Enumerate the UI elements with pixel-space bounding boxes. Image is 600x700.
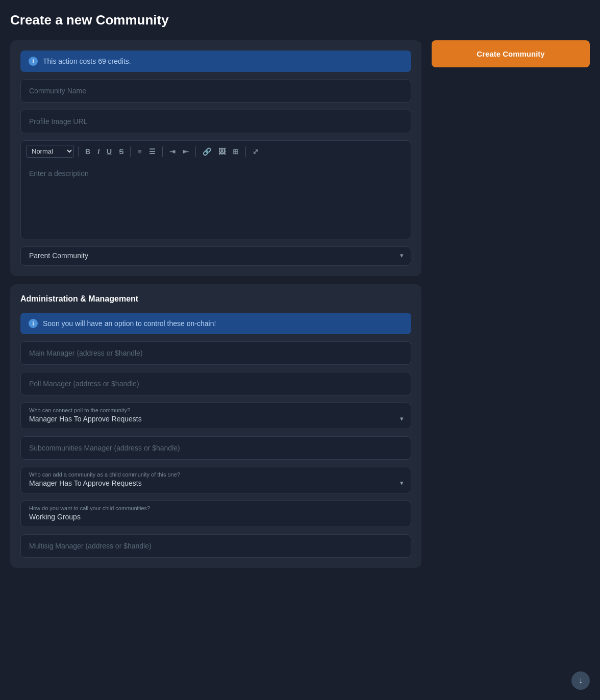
ordered-list-button[interactable]: ≡ [135,146,144,157]
fullscreen-button[interactable]: ⤢ [250,146,261,157]
subcommunities-manager-input[interactable] [20,436,411,460]
child-name-wrapper: How do you want to call your child commu… [20,501,411,527]
create-community-button[interactable]: Create Community [432,40,590,67]
multisig-manager-input[interactable] [20,534,411,558]
parent-community-wrapper: Parent Community ▾ [20,246,411,266]
child-name-input[interactable] [29,513,403,521]
poll-connect-label: Who can connect poll to the community? [29,407,403,413]
top-card: i This action costs 69 credits. Normal H… [10,40,421,276]
outdent-button[interactable]: ⇤ [180,146,191,157]
right-panel: Create Community [432,40,590,67]
main-manager-input[interactable] [20,341,411,365]
child-name-label: How do you want to call your child commu… [29,505,403,511]
onchain-text: Soon you will have an option to control … [43,319,216,328]
credits-text: This action costs 69 credits. [43,57,131,65]
toolbar-sep-3 [162,146,163,157]
toolbar-sep-5 [245,146,246,157]
strikethrough-button[interactable]: S [116,146,126,157]
scroll-indicator[interactable]: ↓ [571,671,590,690]
credits-banner: i This action costs 69 credits. [20,51,411,72]
editor-toolbar: Normal Heading 1 Heading 2 Heading 3 B I… [21,141,411,162]
italic-button[interactable]: I [95,146,102,157]
onchain-info-icon: i [29,319,38,328]
description-editor: Normal Heading 1 Heading 2 Heading 3 B I… [20,140,411,239]
description-placeholder: Enter a description [29,169,89,178]
onchain-banner: i Soon you will have an option to contro… [20,313,411,334]
toolbar-sep-1 [78,146,79,157]
community-name-input[interactable] [20,79,411,103]
parent-community-select[interactable]: Parent Community [29,252,403,260]
description-area[interactable]: Enter a description [21,162,411,239]
poll-connect-wrapper: Who can connect poll to the community? M… [20,403,411,429]
underline-button[interactable]: U [104,146,114,157]
poll-manager-input[interactable] [20,372,411,395]
page-title: Create a new Community [10,12,590,28]
child-community-wrapper: Who can add a community as a child commu… [20,467,411,493]
link-button[interactable]: 🔗 [200,146,214,157]
toolbar-sep-2 [130,146,131,157]
toolbar-sep-4 [195,146,196,157]
admin-section-title: Administration & Management [20,294,411,304]
child-community-label: Who can add a community as a child commu… [29,471,403,478]
image-button[interactable]: 🖼 [216,146,228,157]
child-community-select[interactable]: Manager Has To Approve Requests Anyone O… [29,479,403,487]
indent-button[interactable]: ⇥ [167,146,178,157]
profile-image-input[interactable] [20,110,411,133]
unordered-list-button[interactable]: ☰ [146,146,158,157]
admin-card: Administration & Management i Soon you w… [10,284,421,568]
bold-button[interactable]: B [83,146,93,157]
poll-connect-select[interactable]: Manager Has To Approve Requests Anyone O… [29,415,403,423]
format-select[interactable]: Normal Heading 1 Heading 2 Heading 3 [26,145,74,158]
info-icon: i [29,57,38,66]
table-button[interactable]: ⊞ [230,146,241,157]
